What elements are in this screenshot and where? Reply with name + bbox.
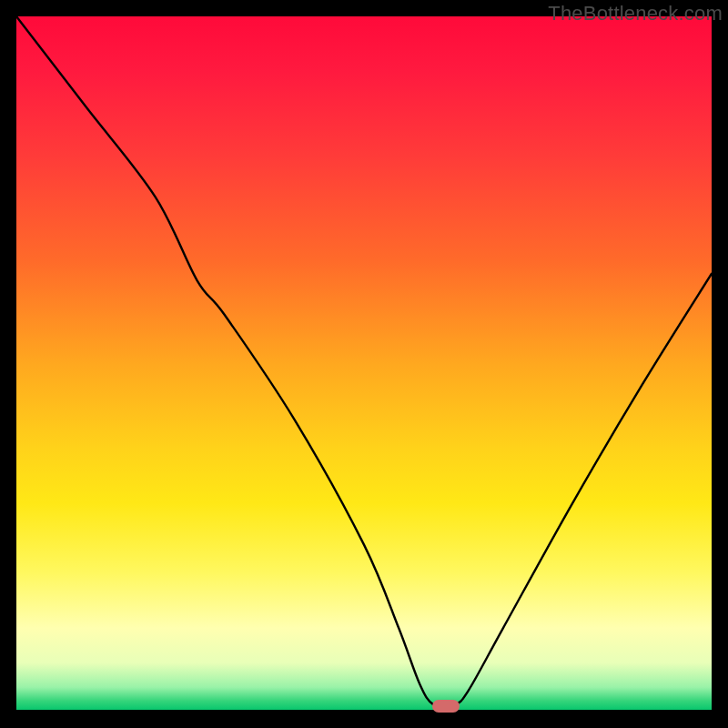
bottleneck-curve — [16, 16, 712, 712]
plot-area — [16, 16, 712, 712]
watermark-text: TheBottleneck.com — [548, 2, 723, 25]
chart-frame: TheBottleneck.com — [0, 0, 728, 728]
optimal-marker — [432, 700, 460, 713]
